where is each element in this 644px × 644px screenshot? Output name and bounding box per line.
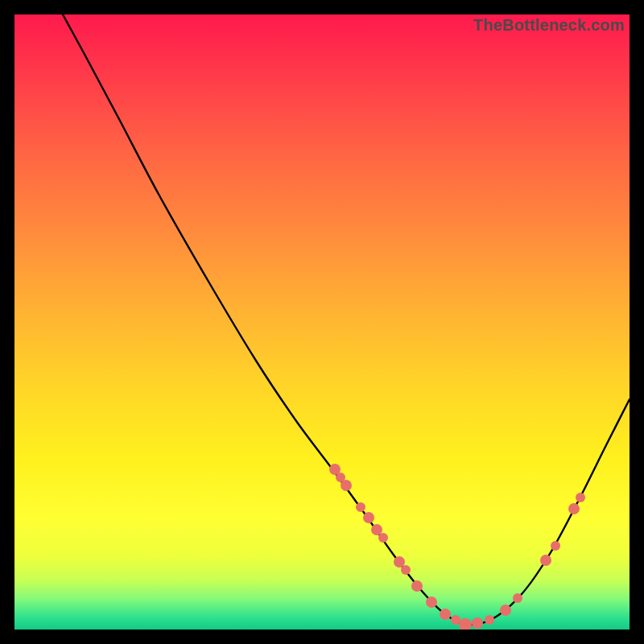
curve-marker [472, 617, 483, 629]
curve-marker [500, 605, 511, 616]
curve-marker [341, 480, 352, 491]
curve-marker [485, 615, 494, 625]
curve-marker [363, 512, 374, 523]
curve-marker [513, 593, 522, 603]
curve-markers [329, 464, 585, 630]
curve-marker [540, 555, 551, 566]
watermark-text: TheBottleneck.com [473, 16, 625, 35]
curve-marker [401, 565, 411, 575]
curve-svg [14, 14, 630, 630]
curve-marker [551, 541, 560, 551]
chart-frame: TheBottleneck.com [14, 14, 630, 630]
curve-marker [356, 502, 365, 512]
curve-marker [440, 609, 451, 620]
curve-marker [576, 493, 585, 502]
curve-marker [451, 615, 460, 625]
curve-marker [459, 618, 472, 630]
curve-marker [426, 597, 437, 608]
curve-marker [378, 533, 388, 543]
curve-marker [568, 503, 580, 514]
bottleneck-curve [63, 14, 630, 625]
curve-marker [411, 580, 423, 592]
